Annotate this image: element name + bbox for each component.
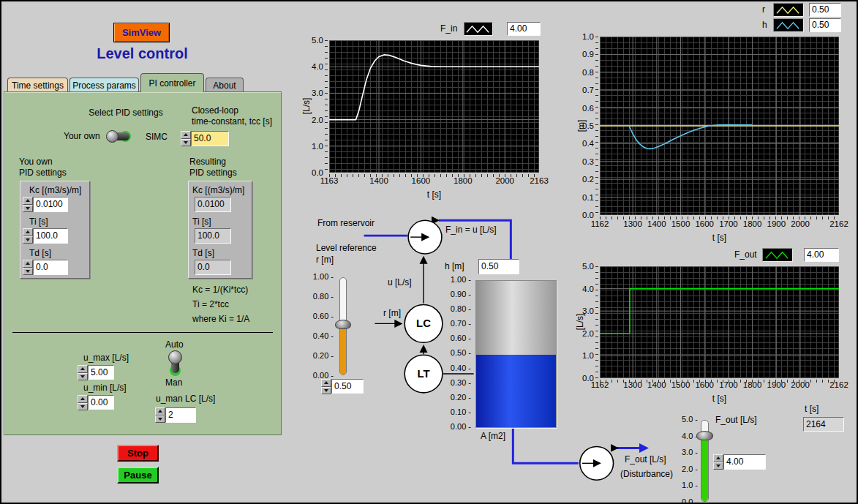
pause-button[interactable]: Pause (117, 467, 159, 484)
x-tick-label: 2162 (829, 380, 848, 389)
ti-spinner[interactable] (23, 228, 33, 244)
decrement-button[interactable] (23, 236, 33, 244)
fout-slider-label: F_out [L/s] (715, 415, 757, 426)
x-tick-label: 1163 (320, 176, 339, 185)
decrement-button[interactable] (713, 462, 723, 470)
level-x-axis-labels: 1162130014001500160017001800190020002162 (600, 219, 839, 230)
stop-button[interactable]: Stop (117, 445, 159, 462)
toggle-knob[interactable] (168, 350, 182, 364)
level-ref-field[interactable]: 0.50 (331, 379, 364, 394)
tab-about[interactable]: About (206, 78, 244, 92)
u-max-label: u_max [L/s] (83, 353, 129, 364)
down-arrow-icon (80, 405, 85, 408)
x-tick-label: 1400 (647, 219, 666, 228)
kc-spinner[interactable] (23, 197, 33, 212)
h-legend-name: h (762, 20, 767, 31)
td-field[interactable]: 0.0 (33, 260, 68, 275)
fin-x-axis-title: t [s] (329, 189, 539, 200)
fin-chart: F_in 4.00 0.01.02.03.04.05.0 [L/s] 11631… (279, 16, 550, 203)
x-tick-label: 2163 (530, 176, 549, 185)
tab-pi-controller[interactable]: PI controller (140, 73, 204, 92)
own-option-label: Your own (64, 132, 100, 142)
u-max-spinner[interactable] (78, 365, 88, 380)
decrement-button[interactable] (23, 205, 33, 213)
td-spinner[interactable] (23, 260, 33, 275)
down-arrow-icon (26, 270, 30, 273)
y-tick-label: 5.0 (312, 36, 323, 45)
level-ref-label2: r [m] (316, 255, 334, 266)
increment-button[interactable] (713, 454, 723, 462)
x-tick-label: 2000 (791, 219, 810, 228)
increment-button[interactable] (181, 131, 191, 139)
increment-button[interactable] (23, 197, 33, 205)
up-arrow-icon (80, 397, 85, 400)
up-arrow-icon (184, 133, 188, 136)
tcc-field[interactable]: 50.0 (191, 131, 229, 146)
scale-tick-label: 1.00 - (307, 273, 334, 281)
level-ref-slider-knob[interactable] (335, 320, 351, 329)
tab-process-params[interactable]: Process params (69, 78, 139, 92)
tab-time-settings[interactable]: Time settings (7, 78, 68, 92)
h-display: 0.50 (478, 259, 519, 274)
page-title: Level control (1, 45, 283, 62)
fout-x-axis-labels: 1162130014001500160017001800190020002162 (600, 380, 839, 391)
kc-res-field: 0.0100 (195, 197, 231, 212)
fin-value-display: 4.00 (507, 22, 541, 36)
fout-field[interactable]: 4.00 (723, 454, 766, 470)
tab-label: Time settings (12, 80, 64, 91)
own-settings-title1: You own (19, 157, 53, 168)
down-arrow-icon (80, 375, 85, 378)
fin-plot-area (329, 40, 539, 173)
u-min-field[interactable]: 0.00 (88, 395, 114, 410)
u-man-field[interactable]: 2 (165, 407, 196, 423)
decrement-button[interactable] (78, 403, 88, 411)
u-man-spinner[interactable] (155, 407, 165, 423)
up-arrow-icon (80, 367, 85, 370)
up-arrow-icon (324, 381, 328, 384)
x-tick-label: 1900 (767, 380, 786, 389)
increment-button[interactable] (23, 260, 33, 268)
y-tick-label: 0.8 (582, 68, 594, 77)
decrement-button[interactable] (78, 373, 88, 381)
simview-button[interactable]: SimView (113, 23, 170, 42)
u-min-spinner[interactable] (78, 395, 88, 410)
toggle-knob[interactable] (106, 130, 118, 143)
scale-tick-label: 0.10 - (443, 408, 471, 416)
up-arrow-icon (716, 456, 720, 459)
u-max-field[interactable]: 5.00 (88, 365, 114, 380)
td-res-field: 0.0 (195, 260, 231, 275)
pause-button-label: Pause (124, 470, 151, 481)
fout-spinner[interactable] (713, 454, 723, 470)
kc-field[interactable]: 0.0100 (33, 197, 68, 212)
increment-button[interactable] (78, 365, 88, 373)
increment-button[interactable] (155, 407, 165, 415)
tcc-spinner[interactable] (181, 131, 191, 146)
x-tick-label: 1800 (743, 380, 762, 389)
u-min-label: u_min [L/s] (83, 383, 127, 394)
auto-man-toggle[interactable] (168, 350, 182, 376)
r-legend-swatch (773, 3, 804, 17)
decrement-button[interactable] (23, 268, 33, 276)
scale-tick-label: 0.0 - (679, 498, 698, 504)
ti-field[interactable]: 100.0 (33, 228, 68, 244)
level-ref-spinner[interactable] (321, 379, 331, 394)
increment-button[interactable] (23, 228, 33, 236)
x-tick-label: 1162 (591, 219, 609, 228)
y-tick-label: 1.0 (582, 32, 594, 41)
decrement-button[interactable] (155, 415, 165, 424)
decrement-button[interactable] (181, 139, 191, 147)
ti-res-field: 100.0 (195, 228, 231, 244)
scale-tick-label: 0.00 - (443, 423, 471, 431)
decrement-button[interactable] (321, 387, 331, 395)
ti-label: Ti [s] (29, 217, 48, 227)
fout-slider-knob[interactable] (696, 431, 713, 440)
y-tick-label: 0.1 (582, 193, 594, 202)
stop-button-label: Stop (127, 448, 148, 459)
increment-button[interactable] (321, 379, 331, 387)
kc-label: Kc [(m3/s)/m] (29, 186, 81, 196)
increment-button[interactable] (78, 395, 88, 403)
pid-source-toggle[interactable] (106, 130, 131, 143)
x-tick-label: 1400 (369, 176, 388, 185)
level-plot-area (600, 37, 839, 215)
fin-x-axis-labels: 116314001600180020002163 (329, 176, 539, 187)
